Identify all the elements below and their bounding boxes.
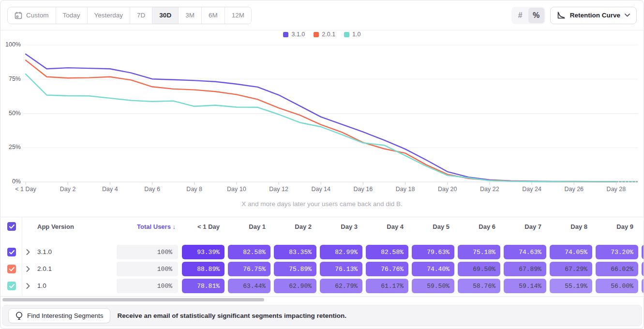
- x-tick-label: Day 16: [354, 186, 373, 193]
- x-tick-label: Day 2: [60, 186, 76, 193]
- select-all-checkbox[interactable]: [7, 222, 16, 231]
- footer-message: Receive an email of statistically signif…: [118, 312, 346, 319]
- expand-chevron-3.1.0[interactable]: [26, 249, 30, 255]
- retention-cell[interactable]: 83.35%: [274, 245, 316, 259]
- date-range-7d[interactable]: 7D: [130, 7, 152, 24]
- chart-type-dropdown[interactable]: Retention Curve: [550, 7, 637, 24]
- absolute-numbers-button[interactable]: #: [512, 8, 528, 23]
- date-range-12m[interactable]: 12M: [225, 7, 251, 24]
- retention-cell[interactable]: 67.29%: [550, 262, 592, 276]
- unit-toggle: # %: [511, 7, 545, 24]
- retention-line-2.0.1[interactable]: [26, 60, 616, 181]
- date-range-label: 3M: [185, 12, 195, 19]
- retention-cell[interactable]: 61.17%: [366, 279, 408, 293]
- x-tick-label: Day 18: [396, 186, 415, 193]
- date-range-3m[interactable]: 3M: [178, 7, 201, 24]
- column-header-day2[interactable]: Day 2: [274, 223, 312, 230]
- x-tick-label: Day 22: [480, 186, 499, 193]
- retention-cell[interactable]: 78.81%: [182, 279, 225, 293]
- retention-cell-clipped[interactable]: [642, 262, 644, 276]
- app-version-label: 2.0.1: [37, 265, 52, 272]
- retention-cell[interactable]: 74.63%: [504, 245, 546, 259]
- retention-cell[interactable]: 56.00%: [596, 279, 638, 293]
- chart-caption: X and more days later your users came ba…: [0, 200, 644, 208]
- retention-cell[interactable]: 76.76%: [366, 262, 408, 276]
- date-range-label: 12M: [232, 12, 244, 19]
- retention-cell[interactable]: 93.39%: [182, 245, 225, 259]
- x-tick-label: Day 14: [311, 186, 330, 193]
- row-checkbox-2.0.1[interactable]: [7, 265, 16, 273]
- y-tick-label: 75%: [3, 75, 21, 82]
- retention-cell[interactable]: 58.76%: [458, 279, 500, 293]
- row-checkbox-1.0[interactable]: [7, 282, 16, 290]
- retention-chart: [0, 30, 644, 197]
- retention-cell[interactable]: 74.40%: [412, 262, 454, 276]
- retention-cell[interactable]: 63.44%: [228, 279, 270, 293]
- date-range-yesterday[interactable]: Yesterday: [87, 7, 130, 24]
- find-interesting-segments-button[interactable]: Find Interesting Segments: [8, 308, 110, 323]
- column-header-day6[interactable]: Day 6: [458, 223, 495, 230]
- column-header-total-users[interactable]: Total Users ↓: [117, 223, 176, 230]
- retention-cell[interactable]: 67.89%: [504, 262, 546, 276]
- retention-line-3.1.0[interactable]: [26, 54, 616, 182]
- expand-chevron-2.0.1[interactable]: [26, 266, 30, 272]
- retention-cell[interactable]: 59.50%: [412, 279, 454, 293]
- column-header-day9[interactable]: Day 9: [596, 223, 633, 230]
- date-range-30d[interactable]: 30D: [152, 7, 178, 24]
- y-tick-label: 25%: [3, 144, 21, 150]
- retention-cell[interactable]: 75.89%: [274, 262, 316, 276]
- retention-cell[interactable]: 75.18%: [458, 245, 500, 259]
- calendar-icon: [15, 12, 22, 19]
- total-users-cell: 100%: [117, 279, 178, 293]
- percent-button[interactable]: %: [528, 8, 544, 23]
- retention-cell[interactable]: 62.90%: [274, 279, 316, 293]
- retention-cell[interactable]: 73.20%: [596, 245, 638, 259]
- date-range-label: Yesterday: [94, 12, 123, 19]
- retention-cell[interactable]: 76.13%: [320, 262, 362, 276]
- expand-chevron-1.0[interactable]: [26, 283, 30, 289]
- chevron-down-icon: [625, 14, 630, 17]
- toolbar-right: # % Retention Curve: [511, 7, 637, 24]
- column-header-day7[interactable]: Day 7: [504, 223, 541, 230]
- toolbar: CustomTodayYesterday7D30D3M6M12M # % Ret…: [0, 0, 644, 30]
- date-range-6m[interactable]: 6M: [201, 7, 225, 24]
- retention-cell[interactable]: 82.58%: [366, 245, 408, 259]
- column-header-day1[interactable]: Day 1: [228, 223, 266, 230]
- retention-cell[interactable]: 66.02%: [596, 262, 638, 276]
- date-range-group: CustomTodayYesterday7D30D3M6M12M: [7, 7, 252, 24]
- date-range-custom[interactable]: Custom: [8, 7, 56, 24]
- retention-cell[interactable]: 69.50%: [458, 262, 500, 276]
- column-header-app-version[interactable]: App Version: [37, 223, 74, 230]
- retention-cell[interactable]: 76.75%: [228, 262, 270, 276]
- retention-cell[interactable]: 88.89%: [182, 262, 225, 276]
- column-header-1day[interactable]: < 1 Day: [182, 223, 220, 230]
- retention-cell[interactable]: 74.05%: [550, 245, 592, 259]
- x-tick-label: Day 28: [607, 186, 626, 193]
- column-header-day8[interactable]: Day 8: [550, 223, 587, 230]
- column-header-day5[interactable]: Day 5: [412, 223, 449, 230]
- retention-cell[interactable]: 82.99%: [320, 245, 362, 259]
- retention-cell[interactable]: 55.19%: [550, 279, 592, 293]
- date-range-label: Custom: [26, 12, 49, 19]
- x-tick-label: Day 12: [269, 186, 288, 193]
- retention-cell[interactable]: 59.14%: [504, 279, 546, 293]
- y-tick-label: 100%: [3, 41, 21, 48]
- column-header-day3[interactable]: Day 3: [320, 223, 358, 230]
- retention-line-1.0[interactable]: [26, 74, 616, 181]
- table-vertical-divider: [22, 217, 22, 296]
- retention-curve-icon: [557, 12, 566, 19]
- retention-cell-clipped[interactable]: [642, 245, 644, 259]
- app-version-label: 1.0: [37, 282, 46, 289]
- y-tick-label: 0%: [3, 178, 21, 185]
- date-range-label: 30D: [159, 12, 171, 19]
- retention-cell[interactable]: 79.63%: [412, 245, 454, 259]
- column-header-day4[interactable]: Day 4: [366, 223, 404, 230]
- date-range-label: 6M: [209, 12, 218, 19]
- y-tick-label: 50%: [3, 110, 21, 117]
- retention-cell[interactable]: 82.58%: [228, 245, 270, 259]
- retention-cell[interactable]: 62.79%: [320, 279, 362, 293]
- date-range-today[interactable]: Today: [56, 7, 87, 24]
- retention-cell-clipped[interactable]: [642, 279, 644, 293]
- horizontal-scrollbar-thumb[interactable]: [2, 298, 264, 301]
- row-checkbox-3.1.0[interactable]: [7, 248, 16, 256]
